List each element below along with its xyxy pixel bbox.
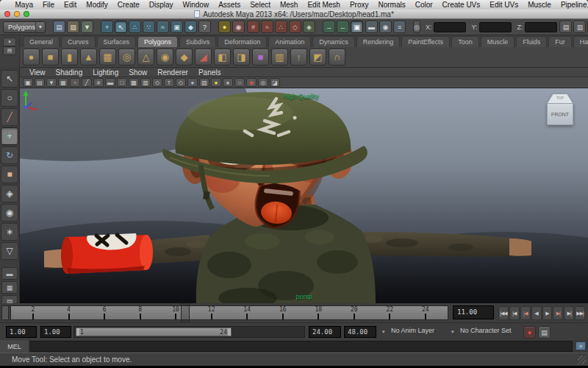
- current-frame-marker[interactable]: [181, 303, 190, 322]
- image-plane-icon[interactable]: ▦: [58, 78, 68, 87]
- step-back-frame-button[interactable]: |◀: [509, 306, 520, 320]
- default-light-icon[interactable]: ●: [211, 78, 221, 87]
- film-gate-icon[interactable]: ▬: [105, 78, 115, 87]
- 2d-pan-zoom-icon[interactable]: +: [70, 78, 80, 87]
- step-forward-key-button[interactable]: ▶|: [553, 306, 563, 320]
- four-pane-layout-icon[interactable]: ▦: [1, 281, 18, 294]
- playback-start-field[interactable]: 1.00: [40, 326, 71, 338]
- poly-cube-icon[interactable]: ■: [42, 49, 59, 66]
- snap-to-planes-icon[interactable]: ◇: [289, 21, 301, 33]
- panel-menu-item[interactable]: Show: [123, 68, 152, 77]
- bookmarks-icon[interactable]: ▼: [46, 78, 57, 87]
- soft-modification-icon[interactable]: ◉: [1, 204, 18, 222]
- save-scene-icon[interactable]: ▼: [81, 21, 93, 33]
- bevel-icon[interactable]: ◩: [309, 49, 326, 66]
- z-input[interactable]: [525, 22, 557, 32]
- script-editor-icon[interactable]: ≡: [576, 342, 586, 350]
- poly-plane-icon[interactable]: ▦: [99, 49, 116, 66]
- menubar-item[interactable]: Mesh: [275, 0, 302, 10]
- grid-icon[interactable]: #: [93, 78, 104, 87]
- animation-end-field[interactable]: 48.00: [344, 326, 376, 338]
- highlight-selection-icon[interactable]: ◉: [232, 21, 245, 33]
- titlebar[interactable]: Autodesk Maya 2013 x64: /Users/mac/Deskt…: [0, 10, 588, 19]
- lasso-select-tool-icon[interactable]: ○: [1, 89, 18, 107]
- poly-torus-icon[interactable]: ◎: [118, 49, 135, 66]
- universal-manipulator-icon[interactable]: ◈: [1, 185, 18, 202]
- shelf-tab[interactable]: Toon: [451, 36, 479, 47]
- shelf-tab[interactable]: General: [23, 36, 60, 47]
- panel-menu-item[interactable]: Shading: [51, 68, 88, 77]
- menubar-item[interactable]: Window: [178, 0, 214, 10]
- panel-menu-item[interactable]: Panels: [193, 68, 226, 77]
- shelf-tab[interactable]: Fur: [548, 36, 572, 47]
- shelf-tab[interactable]: Deformation: [218, 36, 267, 47]
- safe-title-icon[interactable]: T: [164, 78, 174, 87]
- xray-icon[interactable]: ◪: [270, 78, 280, 87]
- time-slider-bar[interactable]: 2 4 6 8 10: [10, 305, 448, 320]
- last-tool-icon[interactable]: ▽: [1, 242, 18, 260]
- select-by-component-icon[interactable]: ∴: [129, 21, 141, 33]
- command-line-input[interactable]: [30, 341, 573, 352]
- menubar-item[interactable]: Edit Mesh: [303, 0, 345, 10]
- smooth-shade-mode-icon[interactable]: ●: [187, 78, 198, 87]
- coordinate-input-mode-icon[interactable]: ◎: [413, 21, 420, 33]
- ipr-render-icon[interactable]: ◉: [379, 21, 392, 33]
- anim-preferences-icon[interactable]: ▤: [538, 326, 551, 339]
- scale-tool-icon[interactable]: ■: [1, 166, 18, 183]
- select-camera-icon[interactable]: ▣: [23, 78, 33, 87]
- select-tool-icon[interactable]: ↖: [1, 70, 18, 88]
- menubar-item[interactable]: Proxy: [345, 0, 373, 10]
- mask-faces-icon[interactable]: ▣: [171, 21, 183, 33]
- mirror-geometry-icon[interactable]: ▥: [271, 49, 288, 66]
- view-cube-top-face[interactable]: TOP: [548, 94, 573, 103]
- shelf-tab[interactable]: Hair: [573, 36, 588, 47]
- separate-icon[interactable]: ◨: [233, 49, 250, 66]
- rotate-tool-icon[interactable]: ↻: [1, 146, 18, 164]
- snap-to-points-icon[interactable]: ∴: [275, 21, 287, 33]
- smooth-icon[interactable]: ■: [252, 49, 269, 66]
- all-lights-icon[interactable]: ●: [223, 78, 233, 87]
- make-live-icon[interactable]: ◈: [303, 21, 315, 33]
- menubar-item[interactable]: Maya: [10, 0, 37, 10]
- tool-settings-toggle-icon[interactable]: ▥: [573, 21, 586, 33]
- mask-points-icon[interactable]: ∵: [143, 21, 155, 33]
- play-backwards-button[interactable]: ◀: [531, 306, 542, 320]
- extrude-icon[interactable]: ↑: [290, 49, 307, 66]
- chevron-down-icon[interactable]: ▾: [382, 329, 385, 335]
- viewport[interactable]: High Quality persp TOP FRONT: [20, 88, 588, 303]
- shelf-tab[interactable]: Fluids: [516, 36, 547, 47]
- input-connections-icon[interactable]: →: [323, 21, 335, 33]
- mask-misc-icon[interactable]: ?: [198, 21, 211, 33]
- render-current-frame-icon[interactable]: ▬: [365, 21, 378, 33]
- shelf-tab[interactable]: Animation: [268, 36, 311, 47]
- y-input[interactable]: [479, 22, 512, 32]
- viewport-canvas[interactable]: [20, 88, 588, 303]
- open-scene-icon[interactable]: ▧: [67, 21, 79, 33]
- range-track[interactable]: 1 24: [74, 326, 305, 338]
- playback-range-bar[interactable]: 1 24: [76, 328, 232, 336]
- camera-attributes-icon[interactable]: ▤: [35, 78, 45, 87]
- menubar-item[interactable]: Color: [410, 0, 437, 10]
- shelf-tab[interactable]: Subdivs: [179, 36, 216, 47]
- safe-action-icon[interactable]: ◇: [152, 78, 162, 87]
- zoom-window-icon[interactable]: [24, 11, 29, 17]
- character-set-menu[interactable]: No Character Set: [460, 327, 512, 334]
- resize-grip[interactable]: [578, 355, 587, 364]
- textured-mode-icon[interactable]: ▧: [199, 78, 209, 87]
- playback-end-field[interactable]: 24.00: [309, 326, 341, 338]
- output-connections-icon[interactable]: ←: [337, 21, 349, 33]
- menubar-item[interactable]: Normals: [373, 0, 410, 10]
- x-input[interactable]: [434, 22, 466, 32]
- menubar-item[interactable]: Assets: [214, 0, 245, 10]
- shelf-tab[interactable]: Polygons: [137, 36, 178, 47]
- shelf-tab[interactable]: PaintEffects: [401, 36, 450, 47]
- menubar-item[interactable]: Muscle: [523, 0, 556, 10]
- auto-keyframe-icon[interactable]: ●: [523, 326, 536, 339]
- close-window-icon[interactable]: [4, 11, 10, 17]
- panel-menu-item[interactable]: Renderer: [152, 68, 193, 77]
- construction-history-icon[interactable]: ▣: [351, 21, 363, 33]
- view-cube[interactable]: TOP FRONT: [545, 94, 575, 128]
- range-start-handle[interactable]: [76, 328, 79, 336]
- shelf-tab[interactable]: Muscle: [481, 36, 515, 47]
- go-to-start-button[interactable]: |◀◀: [498, 306, 509, 320]
